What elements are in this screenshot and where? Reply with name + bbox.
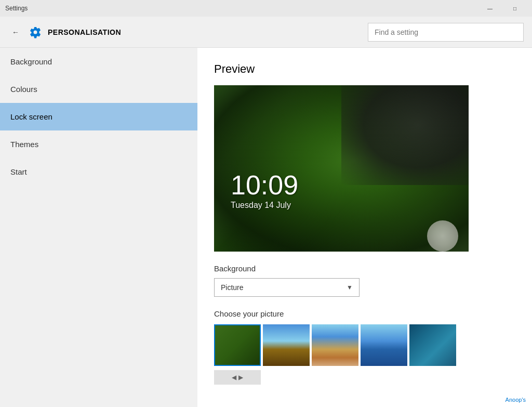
sidebar-item-label: Start	[10, 167, 27, 176]
preview-image: 10:09 Tuesday 14 July	[214, 85, 469, 252]
minimize-icon: —	[487, 6, 493, 11]
watermark: Anoop's	[506, 397, 526, 403]
scroll-left-icon: ◀ ▶	[232, 374, 243, 381]
sidebar-item-lock-screen[interactable]: Lock screen	[0, 103, 197, 130]
gear-icon	[29, 26, 42, 38]
sidebar-item-themes[interactable]: Themes	[0, 130, 197, 158]
thumbnail-sky[interactable]	[361, 324, 407, 366]
header: ← PERSONALISATION	[0, 17, 532, 48]
thumbnail-hulk[interactable]	[214, 324, 261, 366]
header-left: ← PERSONALISATION	[8, 25, 121, 40]
picture-strip	[214, 324, 515, 366]
sidebar-item-label: Themes	[10, 140, 38, 149]
search-input[interactable]	[368, 23, 524, 42]
dropdown-value: Picture	[221, 283, 244, 292]
hulk-light	[427, 220, 458, 252]
maximize-icon: □	[513, 6, 516, 11]
scroll-hint[interactable]: ◀ ▶	[214, 370, 261, 385]
maximize-button[interactable]: □	[503, 0, 527, 17]
back-button[interactable]: ←	[8, 25, 23, 40]
back-icon: ←	[12, 28, 19, 36]
scroll-area: ◀ ▶	[214, 370, 515, 385]
titlebar-left: Settings	[5, 5, 28, 12]
minimize-button[interactable]: —	[478, 0, 502, 17]
sidebar-item-label: Background	[10, 57, 52, 66]
preview-title: Preview	[214, 62, 515, 76]
thumbnail-rocks[interactable]	[312, 324, 358, 366]
thumbnail-ocean[interactable]	[409, 324, 456, 366]
sidebar-item-background[interactable]: Background	[0, 48, 197, 75]
preview-clock: 10:09 Tuesday 14 July	[231, 172, 298, 210]
preview-date: Tuesday 14 July	[231, 201, 298, 210]
background-dropdown[interactable]: Picture ▼	[214, 278, 360, 297]
sidebar-item-colours[interactable]: Colours	[0, 75, 197, 103]
preview-time: 10:09	[231, 172, 298, 199]
content-area: Preview 10:09 Tuesday 14 July Background…	[197, 48, 532, 407]
sidebar-item-label: Lock screen	[10, 112, 52, 121]
titlebar-title: Settings	[5, 5, 28, 12]
sidebar-item-start[interactable]: Start	[0, 158, 197, 186]
titlebar-controls: — □	[478, 0, 527, 17]
main-layout: Background Colours Lock screen Themes St…	[0, 48, 532, 407]
choose-picture-label: Choose your picture	[214, 309, 515, 318]
titlebar: Settings — □	[0, 0, 532, 17]
sidebar-item-label: Colours	[10, 85, 37, 94]
thumbnail-landscape[interactable]	[263, 324, 310, 366]
chevron-down-icon: ▼	[347, 284, 353, 291]
hulk-layer-2	[341, 85, 469, 185]
page-title: PERSONALISATION	[48, 28, 121, 36]
sidebar: Background Colours Lock screen Themes St…	[0, 48, 197, 407]
background-label: Background	[214, 264, 515, 273]
